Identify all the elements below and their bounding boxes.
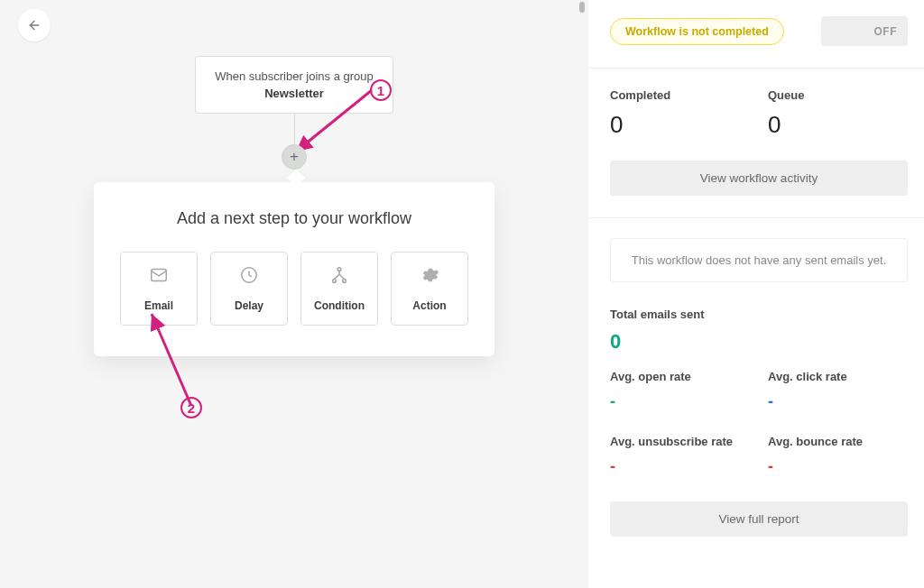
view-full-report-button[interactable]: View full report [610,501,908,537]
step-option-condition[interactable]: Condition [300,252,378,326]
step-option-label: Email [144,299,173,312]
completed-label: Completed [610,88,750,102]
svg-point-4 [333,280,337,283]
gear-icon [420,265,439,289]
unsub-rate-label: Avg. unsubscribe rate [610,435,750,448]
queue-value: 0 [768,111,908,139]
workflow-toggle[interactable]: OFF [821,16,908,46]
click-rate-label: Avg. click rate [768,370,908,383]
step-option-email[interactable]: Email [120,252,198,326]
unsub-rate-value: - [610,457,750,476]
workflow-status-pill: Workflow is not completed [610,18,784,45]
svg-point-5 [343,280,346,283]
scrollbar-thumb[interactable] [579,2,585,13]
clock-icon [239,265,259,289]
view-activity-button[interactable]: View workflow activity [610,161,908,196]
divider [588,217,924,218]
step-option-action[interactable]: Action [391,252,468,326]
step-option-label: Action [412,299,446,312]
plus-icon: + [290,148,299,166]
branch-icon [329,265,349,289]
toggle-label: OFF [874,25,898,38]
step-option-label: Delay [235,299,263,312]
step-option-delay[interactable]: Delay [210,252,288,326]
sidebar-panel: Workflow is not completed OFF Completed … [588,0,924,588]
connector-line [294,114,295,144]
total-emails-value: 0 [610,330,908,354]
open-rate-value: - [610,392,750,411]
back-button[interactable] [18,9,51,41]
divider [588,68,924,69]
queue-label: Queue [768,88,908,102]
panel-title: Add a next step to your workflow [117,209,471,228]
svg-rect-1 [152,270,167,281]
trigger-node[interactable]: When subscriber joins a group Newsletter [195,56,393,114]
completed-value: 0 [610,111,750,139]
click-rate-value: - [768,392,908,411]
workflow-canvas: When subscriber joins a group Newsletter… [0,0,588,588]
svg-point-3 [337,268,341,271]
add-step-node[interactable]: + [282,144,307,170]
bounce-rate-value: - [768,457,908,476]
trigger-group-name: Newsletter [210,87,378,100]
step-type-panel: Add a next step to your workflow Email D… [94,182,494,356]
open-rate-label: Avg. open rate [610,370,750,383]
step-option-label: Condition [314,299,365,312]
arrow-left-icon [27,18,42,32]
total-emails-label: Total emails sent [610,308,908,321]
no-emails-note: This workflow does not have any sent ema… [610,238,908,282]
bounce-rate-label: Avg. bounce rate [768,435,908,448]
annotation-badge-2: 2 [180,397,202,418]
trigger-description: When subscriber joins a group [210,69,378,83]
email-icon [149,265,169,289]
